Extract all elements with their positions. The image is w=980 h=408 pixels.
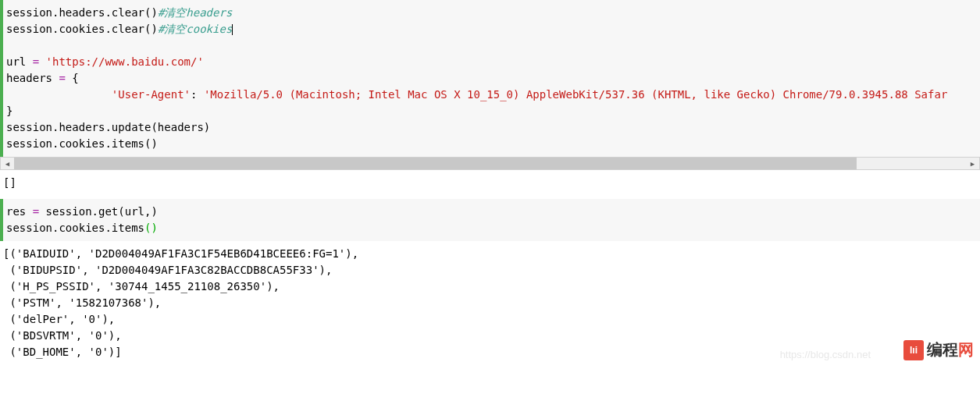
output-line: ('H_PS_PSSID', '30744_1455_21108_26350')… — [3, 280, 280, 293]
horizontal-scrollbar[interactable]: ◀ ▶ — [0, 157, 980, 170]
site-logo: lıi 编程网 — [903, 339, 974, 360]
output-line: ('delPer', '0'), — [3, 313, 115, 325]
output-cell-2: [('BAIDUID', 'D2D004049AF1FA3C1F54EB6D41… — [0, 241, 980, 365]
code-cell-1[interactable]: session.headers.clear()#清空headers sessio… — [0, 0, 980, 157]
code-line-1: session.headers.clear()#清空headers — [6, 6, 232, 19]
output-line: ('BIDUPSID', 'D2D004049AF1FA3C82BACCDB8C… — [3, 264, 332, 276]
output-line: [('BAIDUID', 'D2D004049AF1FA3C1F54EB6D41… — [3, 247, 358, 260]
output-line: ('BD_HOME', '0')] — [3, 346, 122, 358]
scrollbar-thumb[interactable] — [14, 158, 857, 169]
output-line: ('PSTM', '1582107368'), — [3, 296, 161, 309]
output-text: [] — [3, 176, 16, 189]
logo-badge-icon: lıi — [903, 340, 924, 360]
code-line-8: session.cookies.items() — [6, 137, 158, 150]
code-line-7: session.headers.update(headers) — [6, 121, 210, 133]
scroll-right-arrow-icon[interactable]: ▶ — [966, 158, 979, 169]
watermark-text: https://blog.csdn.net — [780, 349, 871, 360]
code-line-2: session.cookies.items() — [6, 222, 158, 234]
code-cell-2[interactable]: res = session.get(url,) session.cookies.… — [0, 199, 980, 241]
text-cursor — [232, 24, 233, 35]
output-line: ('BDSVRTM', '0'), — [3, 329, 122, 342]
code-line-4: headers = { — [6, 72, 79, 84]
code-line-1: res = session.get(url,) — [6, 205, 158, 218]
code-line-3: url = 'https://www.baidu.com/' — [6, 55, 204, 68]
output-cell-1: [] — [0, 170, 980, 196]
scrollbar-track[interactable] — [14, 158, 966, 169]
code-line-2: session.cookies.clear()#清空cookies — [6, 23, 233, 35]
logo-text: 编程网 — [927, 339, 974, 360]
code-line-5: 'User-Agent': 'Mozilla/5.0 (Macintosh; I… — [6, 88, 947, 101]
scroll-left-arrow-icon[interactable]: ◀ — [1, 158, 14, 169]
code-line-6: } — [6, 105, 12, 117]
